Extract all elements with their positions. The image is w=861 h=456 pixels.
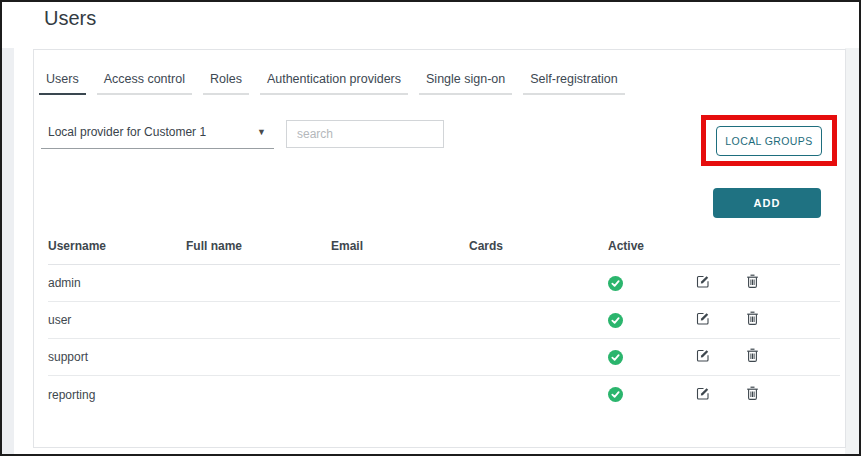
delete-user-button[interactable] — [743, 385, 761, 403]
settings-tab-bar: Users Access control Roles Authenticatio… — [39, 72, 625, 95]
users-settings-window: Users Users Access control Roles Authent… — [0, 0, 861, 456]
trash-icon — [745, 347, 760, 366]
delete-user-button[interactable] — [743, 311, 761, 329]
tab-users[interactable]: Users — [39, 72, 86, 95]
cell-active — [608, 276, 694, 291]
cell-username: support — [48, 350, 186, 364]
vertical-scrollbar-track[interactable] — [845, 48, 859, 454]
active-check-icon — [608, 387, 623, 402]
provider-select[interactable]: Local provider for Customer 1 ▼ — [41, 118, 274, 149]
active-check-icon — [608, 350, 623, 365]
column-header-cards: Cards — [469, 239, 608, 253]
users-table: Username Full name Email Cards Active ad… — [48, 228, 840, 413]
tab-single-sign-on[interactable]: Single sign-on — [419, 72, 512, 95]
table-row: admin — [48, 265, 840, 302]
table-row: user — [48, 302, 840, 339]
table-row: reporting — [48, 376, 840, 413]
caret-down-icon: ▼ — [257, 127, 266, 137]
page-title: Users — [44, 7, 96, 30]
edit-icon — [695, 385, 711, 404]
active-check-icon — [608, 276, 623, 291]
table-header-row: Username Full name Email Cards Active — [48, 228, 840, 265]
local-groups-button[interactable]: LOCAL GROUPS — [716, 126, 822, 156]
column-header-full-name: Full name — [186, 239, 331, 253]
delete-user-button[interactable] — [743, 274, 761, 292]
cell-username: admin — [48, 276, 186, 290]
cell-active — [608, 350, 694, 365]
tab-self-registration[interactable]: Self-registration — [523, 72, 625, 95]
provider-select-value: Local provider for Customer 1 — [48, 125, 206, 139]
cell-active — [608, 387, 694, 402]
edit-user-button[interactable] — [694, 385, 712, 403]
column-header-email: Email — [331, 239, 469, 253]
cell-username: user — [48, 313, 186, 327]
users-panel: Users Access control Roles Authenticatio… — [33, 49, 846, 448]
column-header-active: Active — [608, 239, 694, 253]
active-check-icon — [608, 313, 623, 328]
tab-authentication-providers[interactable]: Authentication providers — [260, 72, 408, 95]
edit-user-button[interactable] — [694, 311, 712, 329]
trash-icon — [745, 273, 760, 292]
edit-icon — [695, 347, 711, 366]
tab-access-control[interactable]: Access control — [97, 72, 192, 95]
column-header-username: Username — [48, 239, 186, 253]
cell-username: reporting — [48, 388, 186, 402]
tab-roles[interactable]: Roles — [203, 72, 249, 95]
edit-icon — [695, 310, 711, 329]
add-button[interactable]: ADD — [713, 188, 821, 218]
edit-user-button[interactable] — [694, 274, 712, 292]
trash-icon — [745, 310, 760, 329]
trash-icon — [745, 385, 760, 404]
table-row: support — [48, 339, 840, 376]
search-input[interactable] — [286, 120, 444, 148]
edit-user-button[interactable] — [694, 348, 712, 366]
delete-user-button[interactable] — [743, 348, 761, 366]
edit-icon — [695, 273, 711, 292]
cell-active — [608, 313, 694, 328]
red-highlight-annotation: LOCAL GROUPS — [701, 115, 837, 166]
left-gutter — [2, 48, 14, 454]
